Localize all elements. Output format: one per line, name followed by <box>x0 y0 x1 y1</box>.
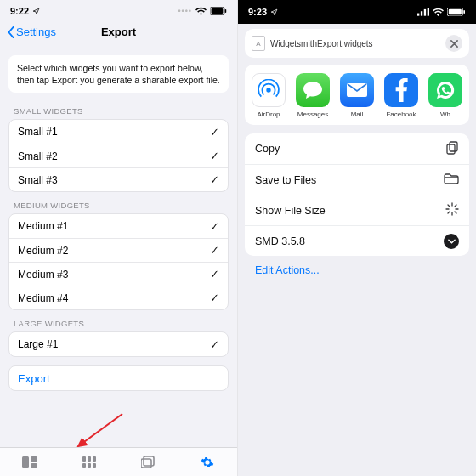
small-widgets-group: Small #1✓ Small #2✓ Small #3✓ <box>8 119 229 192</box>
svg-line-32 <box>455 212 456 213</box>
tab-grid[interactable] <box>60 456 119 468</box>
svg-rect-20 <box>449 9 462 15</box>
list-item[interactable]: Large #1✓ <box>9 332 228 356</box>
large-widgets-group: Large #1✓ <box>8 332 229 357</box>
tab-settings[interactable] <box>178 456 237 469</box>
location-icon <box>32 8 40 15</box>
share-target-messages[interactable]: Messages <box>294 73 332 118</box>
svg-rect-21 <box>463 10 465 14</box>
checkmark-icon: ✓ <box>210 244 219 257</box>
checkmark-icon: ✓ <box>210 126 219 139</box>
sparkle-icon <box>445 202 459 218</box>
svg-rect-14 <box>144 456 154 466</box>
tab-single-widget[interactable] <box>0 456 60 468</box>
checkmark-icon: ✓ <box>210 150 219 162</box>
checkmark-icon: ✓ <box>210 173 219 186</box>
svg-rect-12 <box>93 463 96 468</box>
svg-rect-6 <box>31 463 37 468</box>
status-time: 9:22 <box>10 6 29 16</box>
share-target-whatsapp[interactable]: Wh <box>427 73 464 118</box>
action-show-file-size[interactable]: Show File Size <box>245 195 469 225</box>
svg-rect-11 <box>88 463 91 468</box>
wifi-icon <box>433 8 444 16</box>
checkmark-icon: ✓ <box>210 220 219 233</box>
section-label-small: SMALL WIDGETS <box>0 98 237 119</box>
list-item[interactable]: Medium #1✓ <box>9 214 228 238</box>
share-header: A WidgetsmithExport.widgets <box>245 29 469 58</box>
action-copy[interactable]: Copy <box>245 133 469 164</box>
checkmark-icon: ✓ <box>210 268 219 280</box>
checkmark-icon: ✓ <box>210 338 219 351</box>
action-save-to-files[interactable]: Save to Files <box>245 164 469 195</box>
status-bar: 9:23 <box>238 0 476 24</box>
tab-cards[interactable] <box>119 456 178 468</box>
svg-rect-1 <box>212 8 224 14</box>
wifi-icon <box>196 7 207 15</box>
svg-rect-2 <box>225 9 227 13</box>
svg-rect-5 <box>31 456 37 462</box>
list-item[interactable]: Small #1✓ <box>9 120 228 144</box>
svg-rect-4 <box>22 456 29 468</box>
export-group: Export <box>8 366 229 391</box>
messages-icon <box>296 73 330 107</box>
svg-rect-9 <box>93 456 96 462</box>
status-bar: 9:22 •••• <box>0 0 237 22</box>
share-apps-row: AirDrop Messages Mail Facebook <box>245 65 469 125</box>
page-title: Export <box>0 26 237 38</box>
section-label-large: LARGE WIDGETS <box>0 310 237 332</box>
list-item[interactable]: Medium #2✓ <box>9 238 228 262</box>
svg-rect-15 <box>417 14 419 16</box>
chevron-down-icon <box>444 234 459 249</box>
svg-line-34 <box>455 205 456 207</box>
intro-text: Select which widgets you want to export … <box>8 55 229 93</box>
more-dots-icon: •••• <box>178 7 192 15</box>
folder-icon <box>444 173 459 187</box>
action-smd[interactable]: SMD 3.5.8 <box>245 225 469 256</box>
filename: WidgetsmithExport.widgets <box>270 39 373 48</box>
list-item[interactable]: Medium #4✓ <box>9 286 228 309</box>
battery-icon <box>447 8 466 16</box>
export-settings-screen: 9:22 •••• Settings Export <box>0 0 238 476</box>
checkmark-icon: ✓ <box>210 292 219 304</box>
status-time: 9:23 <box>248 7 267 17</box>
document-icon: A <box>252 36 265 51</box>
signal-icon <box>417 8 429 16</box>
location-icon <box>270 8 278 16</box>
list-item[interactable]: Medium #3✓ <box>9 262 228 286</box>
mail-icon <box>340 73 374 107</box>
share-actions-list: Copy Save to Files Show File Size SMD 3.… <box>245 133 469 256</box>
share-target-facebook[interactable]: Facebook <box>382 73 420 118</box>
share-target-mail[interactable]: Mail <box>338 73 376 118</box>
svg-rect-8 <box>88 456 91 462</box>
copy-icon <box>445 141 459 157</box>
svg-point-22 <box>266 88 270 92</box>
svg-rect-17 <box>424 9 426 16</box>
list-item[interactable]: Small #2✓ <box>9 144 228 167</box>
svg-rect-16 <box>421 11 422 15</box>
nav-bar: Settings Export <box>0 22 237 48</box>
svg-rect-7 <box>82 456 86 462</box>
battery-icon <box>210 7 227 15</box>
edit-actions-button[interactable]: Edit Actions... <box>238 256 476 285</box>
close-button[interactable] <box>445 35 462 52</box>
svg-line-33 <box>448 212 450 213</box>
svg-line-3 <box>78 414 122 446</box>
medium-widgets-group: Medium #1✓ Medium #2✓ Medium #3✓ Medium … <box>8 213 229 310</box>
whatsapp-icon <box>428 73 462 107</box>
share-target-airdrop[interactable]: AirDrop <box>250 73 287 118</box>
svg-rect-13 <box>141 459 151 468</box>
export-button[interactable]: Export <box>9 366 228 390</box>
facebook-icon <box>384 73 418 107</box>
svg-rect-10 <box>82 463 86 468</box>
airdrop-icon <box>252 73 286 107</box>
tab-bar <box>0 447 237 476</box>
list-item[interactable]: Small #3✓ <box>9 167 228 191</box>
section-label-medium: MEDIUM WIDGETS <box>0 192 237 213</box>
svg-rect-18 <box>428 8 429 15</box>
svg-rect-25 <box>450 142 457 151</box>
svg-line-31 <box>448 205 450 207</box>
svg-rect-24 <box>447 144 455 154</box>
share-sheet-screen: 9:23 A WidgetsmithExport.widg <box>238 0 476 476</box>
